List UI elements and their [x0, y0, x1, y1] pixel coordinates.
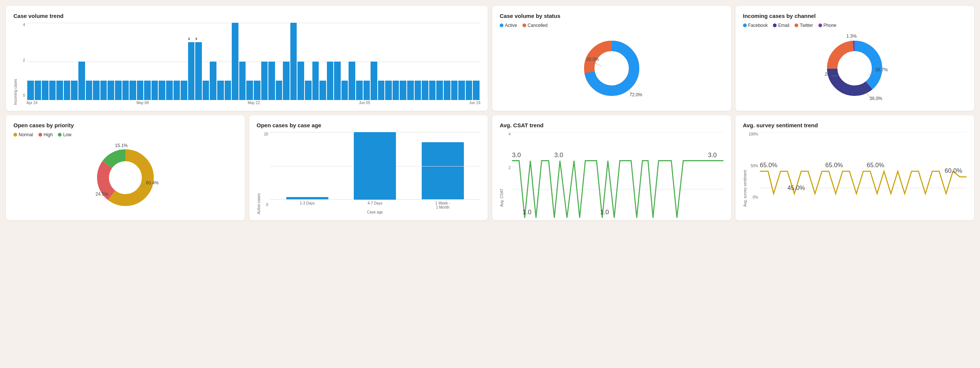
trend-bar-56 — [436, 23, 443, 100]
case-age-bars-wrapper: 1-3 Days 4-7 Days 1 Week - 1 Month Case … — [270, 132, 480, 214]
email-dot — [773, 24, 776, 27]
trend-bar-12 — [115, 23, 122, 100]
trend-bar-fill-41 — [327, 62, 334, 100]
trend-bar-38 — [305, 23, 312, 100]
trend-bar-fill-18 — [159, 81, 165, 100]
csat-svg: 3.0 3.0 1.0 1.0 3.0 — [512, 132, 724, 226]
trend-bar-fill-60 — [466, 81, 473, 100]
csat-ann-2: 3.0 — [554, 151, 563, 159]
trend-bar-fill-43 — [342, 81, 348, 100]
case-age-chart: Active cases 20 0 — [257, 132, 480, 214]
trend-bar-fill-6 — [71, 81, 78, 100]
trend-bar-39 — [312, 23, 319, 100]
trend-bar-fill-1 — [35, 81, 41, 100]
trend-bar-fill-21 — [181, 81, 187, 100]
trend-bar-fill-26 — [217, 81, 224, 100]
trend-bar-3 — [49, 23, 56, 100]
bars-area: 3344 — [27, 23, 480, 100]
case-age-y-axis-title: Active cases — [257, 132, 261, 214]
trend-bar-8 — [86, 23, 92, 100]
trend-bar-fill-4 — [56, 81, 63, 100]
trend-bar-28: 4 — [232, 23, 239, 100]
trend-bar-fill-15 — [137, 81, 144, 100]
facebook-dot — [743, 24, 747, 27]
trend-bar-fill-25 — [210, 62, 216, 100]
trend-bar-fill-13 — [123, 81, 129, 100]
trend-bar-27 — [225, 23, 231, 100]
legend-active: Active — [500, 23, 517, 28]
trend-bar-fill-0 — [27, 81, 34, 100]
trend-bar-45 — [356, 23, 363, 100]
sentiment-chart-inner: 65.0% 45.0% 65.0% 65.0% 60.0% Apr 24 May… — [760, 132, 967, 207]
trend-bar-58 — [451, 23, 458, 100]
bar-4-7days — [345, 132, 405, 200]
csat-yaxis-title: Avg. CSAT — [500, 132, 504, 207]
case-volume-trend-title: Case volume trend — [13, 13, 480, 19]
phone-pct-label: 1.3% — [846, 33, 857, 39]
trend-bar-14 — [129, 23, 136, 100]
trend-bar-18 — [159, 23, 165, 100]
trend-bar-20 — [173, 23, 180, 100]
legend-twitter: Twitter — [794, 23, 813, 28]
legend-low: Low — [58, 132, 71, 137]
trend-bar-fill-42 — [334, 62, 341, 100]
twitter-pct-label: 24.0% — [825, 72, 837, 77]
bars-wrapper: 3344 Apr 24 May 08 May 22 Jun 05 Jun 19 — [27, 23, 480, 105]
trend-bar-21 — [181, 23, 187, 100]
bar-1-3days-fill — [286, 197, 328, 200]
trend-bar-11 — [108, 23, 114, 100]
trend-bar-fill-30 — [246, 81, 253, 100]
sentiment-yaxis-title: Avg. survey sentiment — [743, 132, 747, 207]
sentiment-y-labels: 100% 50% 0% — [748, 132, 758, 207]
csat-ann-3: 1.0 — [522, 209, 531, 216]
trend-bar-fill-9 — [93, 81, 100, 100]
trend-bar-fill-56 — [436, 81, 443, 100]
csat-chart-area: Avg. CSAT 4 2 3.0 3 — [500, 132, 724, 207]
trend-bar-fill-31 — [254, 81, 261, 100]
trend-bar-fill-39 — [312, 62, 319, 100]
dashboard: Case volume trend Incoming cases 4 2 0 — [6, 6, 974, 220]
avg-sentiment-title: Avg. survey sentiment trend — [743, 122, 967, 128]
trend-bar-fill-40 — [320, 81, 326, 100]
trend-bar-fill-57 — [444, 81, 450, 100]
trend-bar-60 — [466, 23, 473, 100]
csat-chart-inner: 3.0 3.0 1.0 1.0 3.0 Apr 24 May 22 Jun 19 — [512, 132, 724, 207]
trend-bar-44 — [348, 23, 355, 100]
sent-ann-3: 65.0% — [825, 162, 843, 169]
incoming-channel-card: Incoming cases by channel Facebook Email… — [735, 6, 974, 111]
trend-bar-34 — [276, 23, 283, 100]
trend-bar-fill-32 — [261, 62, 268, 100]
channel-legend: Facebook Email Twitter Phone — [743, 23, 967, 28]
low-pct-label: 15.1% — [115, 143, 127, 148]
trend-bar-24 — [203, 23, 209, 100]
trend-bar-fill-44 — [348, 62, 355, 100]
trend-bar-7 — [78, 23, 85, 100]
priority-donut-container: 60.4% 24.5% 15.1% — [13, 140, 237, 215]
trend-bar-fill-27 — [225, 81, 231, 100]
trend-bar-fill-59 — [458, 81, 465, 100]
trend-bar-54 — [422, 23, 428, 100]
trend-bar-61 — [473, 23, 480, 100]
trend-bar-fill-2 — [42, 81, 49, 100]
trend-bar-fill-51 — [400, 81, 406, 100]
bar-1week-1month-fill — [422, 142, 464, 200]
case-age-x-title: Case age — [270, 210, 480, 214]
legend-high: High — [38, 132, 53, 137]
open-case-age-title: Open cases by case age — [257, 122, 480, 128]
trend-bar-33 — [268, 23, 275, 100]
case-age-y-labels: 20 0 — [262, 132, 268, 214]
trend-bar-1 — [35, 23, 41, 100]
trend-bar-fill-38 — [305, 81, 312, 100]
trend-bar-fill-33 — [268, 62, 275, 100]
trend-bar-fill-52 — [407, 81, 414, 100]
trend-bar-2 — [42, 23, 49, 100]
trend-bar-6 — [71, 23, 78, 100]
y-axis-labels: 4 2 0 — [18, 23, 25, 105]
avg-sentiment-card: Avg. survey sentiment trend Avg. survey … — [735, 115, 974, 220]
open-priority-card: Open cases by priority Normal High Low — [6, 115, 245, 220]
trend-bar-fill-23: 3 — [195, 42, 202, 100]
trend-bar-47 — [371, 23, 377, 100]
trend-bar-29 — [239, 23, 246, 100]
trend-bar-31 — [254, 23, 261, 100]
email-pct-label: 36.0% — [870, 96, 882, 101]
